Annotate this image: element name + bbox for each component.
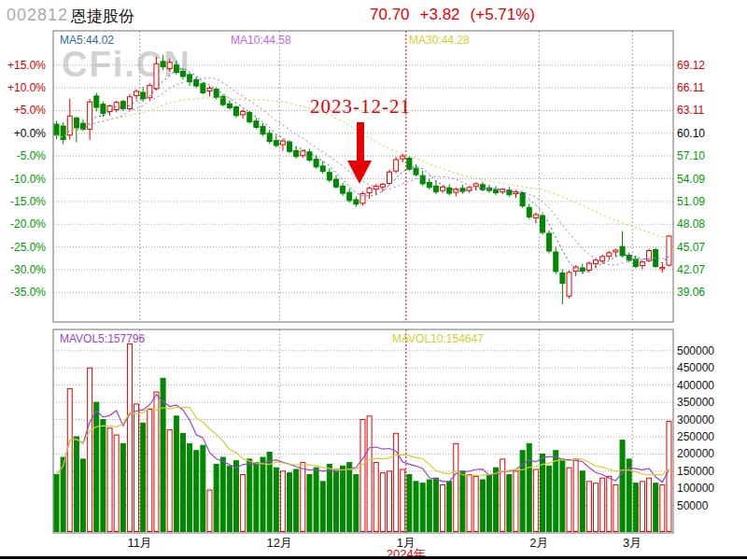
left-axis-label: +5.0% [0,104,46,117]
chart-canvas[interactable] [0,0,747,560]
mavol5-label: MAVOL5:157796 [60,332,145,345]
volume-axis-label: 50000 [677,499,708,512]
arrow-shaft [357,122,364,161]
left-axis-label: +10.0% [0,81,46,94]
left-axis-label: -5.0% [0,149,46,162]
stock-chart-page: 002812 恩捷股份 70.70+3.82(+5.71%) CFi.CN MA… [0,0,747,560]
volume-axis-label: 200000 [677,447,714,460]
volume-axis-label: 300000 [677,413,714,427]
left-axis-label: -35.0% [0,286,46,299]
bottom-divider [0,556,747,559]
left-axis-label: -15.0% [0,195,46,208]
right-axis-label: 42.07 [677,263,705,276]
month-label: 11月 [106,537,174,550]
right-axis-label: 60.10 [677,127,705,140]
date-annotation: 2023-12-21 [310,95,411,119]
right-axis-label: 66.11 [677,81,704,94]
down-arrow-icon [347,122,373,184]
right-axis-label: 51.09 [677,195,705,208]
volume-axis-label: 100000 [677,482,714,495]
left-axis-label: -20.0% [0,217,46,231]
month-label: 12月 [246,537,313,550]
volume-axis-label: 400000 [677,379,714,392]
right-axis-label: 54.09 [677,173,705,186]
volume-axis-label: 250000 [677,430,714,443]
volume-axis-label: 150000 [677,465,714,478]
left-axis-label: -25.0% [0,241,46,254]
right-axis-label: 63.11 [677,104,704,117]
volume-axis-label: 450000 [677,361,714,374]
volume-bars-group [54,343,671,531]
volume-axis-label: 500000 [677,344,714,357]
ma30-label: MA30:44.28 [409,34,470,47]
ma5-label: MA5:44.02 [60,34,114,47]
volume-axis-label: 350000 [677,396,714,409]
ma10-label: MA10:44.58 [231,34,291,47]
right-axis-label: 48.08 [677,217,705,231]
right-axis-label: 45.07 [677,241,705,254]
left-axis-label: +0.0% [0,127,46,140]
right-axis-label: 57.10 [677,149,705,162]
month-label: 2月 [505,537,572,550]
left-axis-label: -10.0% [0,173,46,186]
right-axis-label: 69.12 [677,59,705,72]
month-label: 3月 [599,537,666,550]
left-axis-label: +15.0% [0,59,46,72]
right-axis-label: 39.06 [677,286,705,299]
mavol10-label: MAVOL10:154647 [392,332,484,345]
left-axis-label: -30.0% [0,263,46,276]
arrow-head [347,161,372,184]
